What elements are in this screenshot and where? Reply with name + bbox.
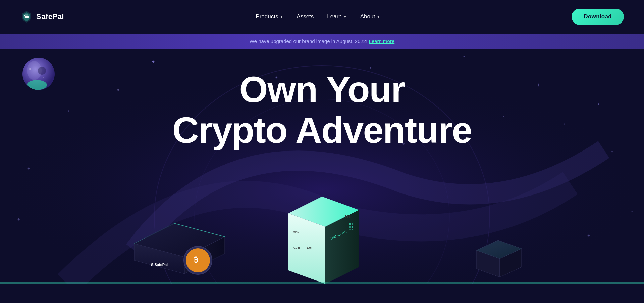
svg-rect-27 [349,229,351,230]
svg-text:DeFi: DeFi [307,246,313,249]
hero-title-line1: Own Your [239,69,405,110]
svg-point-8 [29,68,31,70]
nav-links: Products ▼ Assets Learn ▼ About ▼ [256,13,380,20]
hardware-wallet-device: S SafePal ₿ [121,210,235,284]
navbar: SafePal Products ▼ Assets Learn ▼ About … [0,0,644,34]
nav-link-products[interactable]: Products ▼ [256,13,283,20]
svg-text:▌▌▌: ▌▌▌ [345,215,351,218]
svg-text:₿: ₿ [194,256,198,264]
chevron-down-icon: ▼ [280,15,283,19]
devices-illustration: S SafePal ₿ [121,190,523,284]
announcement-text: We have upgraded our brand image in Augu… [250,38,369,44]
announcement-link[interactable]: Learn more [369,38,395,44]
logo-text: SafePal [36,12,64,21]
chevron-down-icon: ▼ [343,15,347,19]
nav-item-about[interactable]: About ▼ [360,13,380,20]
hero-title: Own Your Crypto Adventure [172,69,472,150]
svg-rect-23 [349,223,351,225]
svg-point-9 [43,77,44,78]
svg-rect-26 [352,226,353,228]
safepal-logo-icon [20,10,33,23]
nav-item-assets[interactable]: Assets [297,13,314,20]
svg-rect-28 [352,229,353,230]
planet-decoration [20,55,57,92]
svg-text:Coin: Coin [293,246,300,249]
nav-link-learn[interactable]: Learn ▼ [327,13,346,20]
svg-rect-25 [349,226,351,228]
nav-link-about[interactable]: About ▼ [360,13,380,20]
bottom-accent [0,282,644,284]
logo[interactable]: SafePal [20,10,64,23]
nav-item-learn[interactable]: Learn ▼ [327,13,346,20]
nav-item-products[interactable]: Products ▼ [256,13,283,20]
nav-link-assets[interactable]: Assets [297,13,314,20]
svg-point-7 [27,80,47,90]
svg-rect-24 [352,223,353,225]
hero-title-line2: Crypto Adventure [172,109,472,150]
phone-device: 9:41 Coin DeFi SafePal - 9H7 ▌▌▌ [278,193,366,284]
svg-text:9:41: 9:41 [293,230,299,233]
svg-point-6 [38,67,46,75]
download-button[interactable]: Download [572,9,624,25]
chevron-down-icon: ▼ [377,15,380,19]
hero-section: ✦ ✦ ✦ ✦ ✦ ✦ + ✦ ✦ ✦ + ✦ ✦ ✦ [0,49,644,284]
svg-point-12 [186,248,210,272]
announcement-banner: We have upgraded our brand image in Augu… [0,34,644,49]
svg-text:S SafePal: S SafePal [151,263,168,267]
right-device [473,233,523,284]
